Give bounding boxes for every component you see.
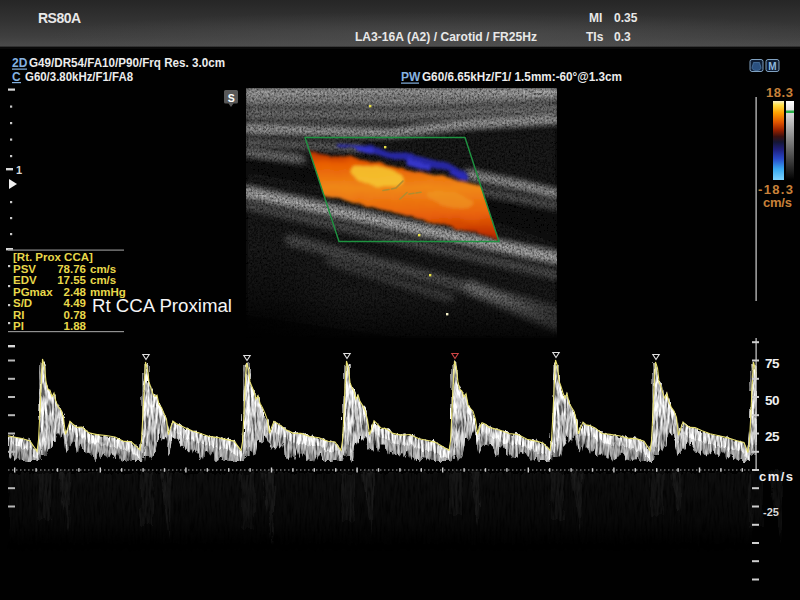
svg-text:[Rt. Prox CCA]: [Rt. Prox CCA] xyxy=(13,251,93,263)
svg-text:RS80A: RS80A xyxy=(38,10,81,26)
svg-text:PW: PW xyxy=(401,70,421,84)
svg-text:G60/3.80kHz/F1/FA8: G60/3.80kHz/F1/FA8 xyxy=(25,70,133,84)
svg-text:-25: -25 xyxy=(763,506,779,518)
svg-text:S: S xyxy=(228,92,235,104)
svg-text:1.88: 1.88 xyxy=(64,320,87,332)
svg-text:50: 50 xyxy=(765,393,780,408)
svg-text:EDV: EDV xyxy=(13,274,37,286)
svg-text:cm/s: cm/s xyxy=(90,274,116,286)
svg-text:78.76: 78.76 xyxy=(57,263,86,275)
svg-text:PI: PI xyxy=(13,320,24,332)
svg-text:4.49: 4.49 xyxy=(64,297,86,309)
svg-text:25: 25 xyxy=(765,429,780,444)
svg-text:2.48: 2.48 xyxy=(64,286,87,298)
svg-text:C: C xyxy=(12,70,21,84)
svg-text:M: M xyxy=(768,61,776,72)
svg-text:MI: MI xyxy=(589,11,602,25)
svg-text:PSV: PSV xyxy=(13,263,36,275)
svg-text:17.55: 17.55 xyxy=(57,274,86,286)
svg-text:G60/6.65kHz/F1/ 1.5mm:-60°@1.3: G60/6.65kHz/F1/ 1.5mm:-60°@1.3cm xyxy=(422,70,622,84)
svg-text:0.3: 0.3 xyxy=(614,30,631,44)
svg-text:cm/s: cm/s xyxy=(763,195,792,210)
svg-text:1: 1 xyxy=(16,164,22,176)
svg-text:cm/s: cm/s xyxy=(759,469,793,484)
svg-text:Rt CCA Proximal: Rt CCA Proximal xyxy=(92,296,232,316)
svg-text:75: 75 xyxy=(765,356,780,371)
svg-text:PGmax: PGmax xyxy=(13,286,53,298)
svg-text:G49/DR54/FA10/P90/Frq Res. 3.0: G49/DR54/FA10/P90/Frq Res. 3.0cm xyxy=(29,56,225,70)
svg-text:cm/s: cm/s xyxy=(90,263,116,275)
svg-text:18.3: 18.3 xyxy=(766,85,793,100)
svg-text:TIs: TIs xyxy=(586,30,604,44)
svg-text:0.35: 0.35 xyxy=(614,11,638,25)
svg-text:2D: 2D xyxy=(12,56,28,70)
svg-text:LA3-16A (A2) / Carotid / FR25H: LA3-16A (A2) / Carotid / FR25Hz xyxy=(355,30,537,44)
svg-text:S/D: S/D xyxy=(13,297,32,309)
